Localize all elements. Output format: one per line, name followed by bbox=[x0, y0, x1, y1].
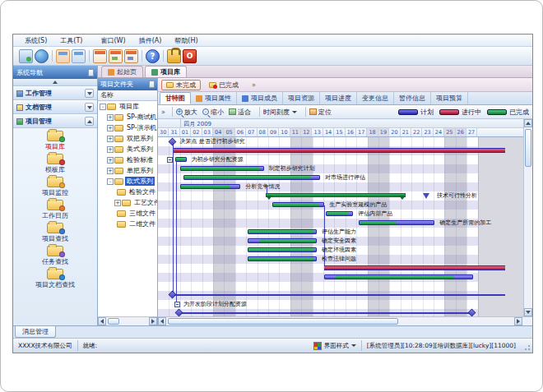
scroll-left-button[interactable] bbox=[158, 317, 166, 325]
sidebar-item-project-monitor-folder[interactable]: 项目监控 bbox=[42, 177, 68, 197]
pin-icon[interactable] bbox=[88, 69, 94, 76]
tree-item[interactable]: -欧式系列 bbox=[98, 176, 157, 187]
tree-item[interactable]: +双把系列 bbox=[98, 133, 157, 144]
summary-bar[interactable] bbox=[266, 193, 406, 197]
gantt-tab-inactive[interactable]: 项目预算 bbox=[431, 92, 468, 104]
tree-item[interactable]: 二维文件 bbox=[98, 219, 157, 229]
scroll-right-button[interactable] bbox=[514, 317, 522, 325]
milestone-square[interactable] bbox=[174, 302, 180, 307]
scroll-up-button[interactable] bbox=[524, 119, 532, 127]
gantt-tab-inactive[interactable]: 变更信息 bbox=[357, 92, 394, 104]
tree-horizontal-scrollbar[interactable] bbox=[98, 316, 157, 325]
section-chevron-button[interactable] bbox=[85, 89, 94, 98]
tree-item[interactable]: +检验标准 bbox=[98, 154, 157, 165]
sidebar-item-project-library-folder[interactable]: 项目库 bbox=[45, 131, 65, 151]
toolbar-more-button[interactable]: » bbox=[161, 108, 165, 116]
menu-item-2[interactable]: 工具(T) bbox=[53, 35, 89, 46]
sidebar-section-2[interactable]: 文档管理 bbox=[13, 100, 97, 114]
filter-more-button[interactable]: » bbox=[252, 81, 256, 89]
calendar-3-icon[interactable] bbox=[124, 49, 138, 63]
window-tile-icon[interactable] bbox=[72, 49, 86, 63]
tree-item[interactable]: +工艺文件 bbox=[98, 197, 157, 208]
sidebar-item-work-calendar[interactable]: 工作日历 bbox=[42, 200, 68, 220]
tree-expander[interactable]: - bbox=[107, 178, 114, 185]
tree-expander[interactable]: + bbox=[107, 168, 114, 174]
gantt-tab-active[interactable]: 甘特图 bbox=[160, 92, 191, 104]
doc-tab-inactive[interactable]: 起始页 bbox=[101, 66, 143, 77]
summary-milestone-icon[interactable] bbox=[423, 193, 429, 199]
task-bar[interactable] bbox=[248, 238, 317, 243]
tree-expander[interactable]: + bbox=[107, 125, 114, 131]
gantt-vscroll-thumb[interactable] bbox=[525, 129, 531, 167]
section-chevron-button[interactable] bbox=[85, 103, 94, 112]
task-bar[interactable] bbox=[248, 256, 317, 261]
gantt-vertical-scrollbar[interactable] bbox=[523, 119, 532, 316]
interface-style-button[interactable]: 界面样式 bbox=[309, 340, 362, 351]
gantt-tab-inactive[interactable]: 暂停信息 bbox=[394, 92, 431, 104]
sidebar-section-1[interactable]: 工作管理 bbox=[13, 86, 97, 100]
window-cascade-icon[interactable] bbox=[56, 49, 70, 63]
gantt-tab-inactive[interactable]: 项目成员 bbox=[237, 92, 283, 104]
gantt-tab-inactive[interactable]: 项目资源 bbox=[283, 92, 320, 104]
in-progress-bar[interactable] bbox=[324, 265, 505, 270]
task-bar[interactable] bbox=[324, 274, 473, 279]
gantt-scroll-thumb[interactable] bbox=[168, 318, 398, 325]
tree-item[interactable]: +SP-商试机系 bbox=[98, 112, 157, 122]
menu-item-3[interactable]: 窗口(W) bbox=[94, 35, 132, 46]
tree-item[interactable]: 检验文件 bbox=[98, 187, 157, 197]
calendar-1-icon[interactable] bbox=[93, 49, 107, 63]
zoom-out-button[interactable]: -缩小 bbox=[202, 108, 224, 117]
sidebar-section-3[interactable]: 项目管理 bbox=[13, 114, 97, 128]
task-bar[interactable] bbox=[180, 166, 264, 171]
fit-button[interactable]: 适合 bbox=[229, 108, 251, 117]
doc-tab-active[interactable]: 项目库 bbox=[145, 66, 187, 77]
gantt-tab-inactive[interactable]: 项目属性 bbox=[191, 92, 237, 104]
tree-expander[interactable]: + bbox=[107, 146, 114, 153]
task-bar[interactable] bbox=[248, 247, 317, 252]
task-bar[interactable] bbox=[248, 229, 317, 234]
tree-expander[interactable]: - bbox=[100, 104, 106, 110]
tree-pin-icon[interactable] bbox=[149, 81, 155, 88]
scroll-down-button[interactable] bbox=[524, 308, 532, 316]
task-bar[interactable] bbox=[359, 220, 434, 225]
sidebar-scroll-up[interactable] bbox=[13, 79, 97, 86]
filter-incomplete-button[interactable]: 未完成 bbox=[161, 80, 201, 90]
menu-item-5[interactable]: 帮助(H) bbox=[168, 35, 204, 46]
menu-item-4[interactable]: 插件(A) bbox=[132, 35, 169, 46]
zoom-in-button[interactable]: +放大 bbox=[176, 108, 197, 117]
time-scale-button[interactable]: 时间刻度 bbox=[263, 108, 297, 117]
power-icon[interactable] bbox=[183, 49, 197, 63]
computer-icon[interactable] bbox=[19, 49, 33, 63]
lock-icon[interactable] bbox=[167, 49, 181, 63]
task-bar[interactable] bbox=[183, 175, 320, 180]
task-bar[interactable] bbox=[180, 184, 241, 189]
tree-item[interactable]: 三维文件 bbox=[98, 208, 157, 219]
tree-item[interactable]: +美式系列 bbox=[98, 144, 157, 154]
task-bar[interactable] bbox=[326, 211, 354, 216]
sidebar-item-template-library-folder[interactable]: 模板库 bbox=[45, 154, 65, 174]
in-progress-bar[interactable] bbox=[174, 148, 505, 153]
tree-item[interactable]: -项目库 bbox=[98, 101, 157, 112]
scroll-right-button[interactable] bbox=[149, 317, 157, 325]
tree-expander[interactable]: + bbox=[107, 114, 114, 121]
filter-complete-button[interactable]: 已完成 bbox=[204, 80, 244, 90]
globe-icon[interactable] bbox=[35, 49, 49, 63]
tree-expander[interactable]: + bbox=[107, 136, 114, 142]
gantt-horizontal-scrollbar[interactable] bbox=[158, 316, 532, 325]
sidebar-item-project-search-folder[interactable]: 项目查找 bbox=[42, 223, 68, 243]
sidebar-item-task-search-folder[interactable]: 任务查找 bbox=[42, 246, 68, 266]
resize-grip[interactable] bbox=[522, 341, 531, 351]
task-bar[interactable] bbox=[272, 202, 324, 207]
calendar-2-icon[interactable] bbox=[109, 49, 123, 63]
milestone-diamond[interactable] bbox=[169, 138, 177, 146]
tree-item[interactable]: +SP-演示机系 bbox=[98, 122, 157, 133]
scroll-left-button[interactable] bbox=[98, 317, 106, 325]
tree-expander[interactable]: + bbox=[114, 200, 121, 206]
sidebar-item-document-search[interactable]: 项目文档查找 bbox=[35, 269, 75, 289]
help-icon[interactable] bbox=[146, 49, 160, 63]
section-chevron-button[interactable] bbox=[85, 117, 94, 126]
menu-item-1[interactable]: 系统(S) bbox=[18, 35, 53, 46]
tree-expander[interactable]: + bbox=[107, 157, 114, 164]
gantt-tab-inactive[interactable]: 项目进度 bbox=[320, 92, 357, 104]
tree-scroll-thumb[interactable] bbox=[108, 318, 119, 325]
